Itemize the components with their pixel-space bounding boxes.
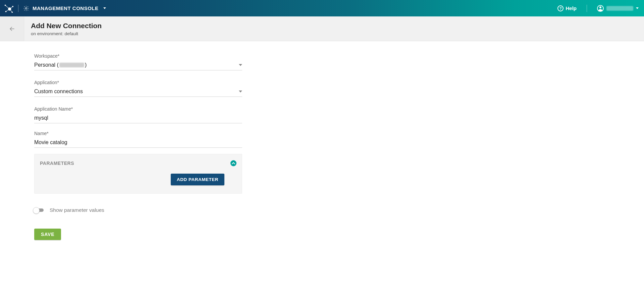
field-label: Application* bbox=[34, 80, 242, 85]
chevron-down-icon bbox=[103, 7, 106, 9]
app-switcher[interactable]: MANAGEMENT CONSOLE bbox=[23, 5, 106, 11]
page-header: Add New Connection on environment: defau… bbox=[0, 16, 644, 41]
gear-icon bbox=[23, 5, 29, 11]
application-value: Custom connections bbox=[34, 88, 83, 95]
workspace-value: Personal () bbox=[34, 62, 87, 68]
connection-form: Workspace* Personal () Application* Cust… bbox=[34, 53, 242, 240]
application-name-input[interactable] bbox=[34, 114, 242, 123]
chevron-up-icon bbox=[232, 162, 235, 165]
save-button[interactable]: SAVE bbox=[34, 229, 61, 240]
chevron-down-icon bbox=[636, 7, 639, 9]
top-nav: MANAGEMENT CONSOLE ? Help bbox=[0, 0, 644, 16]
chevron-down-icon bbox=[239, 64, 242, 66]
workspace-select[interactable]: Personal () bbox=[34, 61, 242, 70]
back-button[interactable] bbox=[0, 16, 24, 41]
user-icon bbox=[597, 5, 604, 12]
help-icon: ? bbox=[557, 5, 564, 11]
app-switcher-label: MANAGEMENT CONSOLE bbox=[33, 5, 99, 11]
parameters-panel: PARAMETERS ADD PARAMETER bbox=[34, 154, 242, 194]
field-name: Name* bbox=[34, 131, 242, 148]
connection-name-input[interactable] bbox=[34, 138, 242, 148]
collapse-panel-button[interactable] bbox=[230, 160, 236, 166]
user-menu[interactable] bbox=[597, 5, 639, 12]
svg-point-4 bbox=[8, 7, 11, 10]
svg-point-9 bbox=[25, 7, 27, 9]
nav-separator bbox=[587, 5, 587, 12]
svg-point-8 bbox=[11, 11, 13, 13]
help-label: Help bbox=[566, 5, 577, 11]
field-application-name: Application Name* bbox=[34, 106, 242, 123]
arrow-left-icon bbox=[9, 26, 15, 32]
page-title: Add New Connection bbox=[31, 22, 102, 30]
svg-point-5 bbox=[5, 4, 6, 6]
show-values-label: Show parameter values bbox=[50, 207, 104, 213]
user-name-redacted bbox=[606, 6, 633, 11]
logo-area bbox=[3, 3, 13, 13]
help-link[interactable]: ? Help bbox=[557, 5, 577, 11]
nav-separator bbox=[18, 5, 18, 12]
show-values-row: Show parameter values bbox=[34, 207, 242, 213]
show-values-toggle[interactable] bbox=[34, 208, 44, 212]
workspace-name-redacted bbox=[59, 63, 84, 67]
chevron-down-icon bbox=[239, 90, 242, 93]
field-workspace: Workspace* Personal () bbox=[34, 53, 242, 70]
field-label: Workspace* bbox=[34, 53, 242, 59]
svg-point-6 bbox=[5, 11, 7, 12]
add-parameter-button[interactable]: ADD PARAMETER bbox=[171, 174, 224, 185]
top-nav-right: ? Help bbox=[557, 5, 639, 12]
application-select[interactable]: Custom connections bbox=[34, 87, 242, 97]
svg-point-7 bbox=[12, 6, 13, 7]
field-label: Application Name* bbox=[34, 106, 242, 112]
field-label: Name* bbox=[34, 131, 242, 136]
parameters-title: PARAMETERS bbox=[40, 161, 74, 166]
field-application: Application* Custom connections bbox=[34, 80, 242, 97]
page-subtitle: on environment: default bbox=[31, 31, 102, 36]
app-logo-icon bbox=[3, 3, 13, 13]
